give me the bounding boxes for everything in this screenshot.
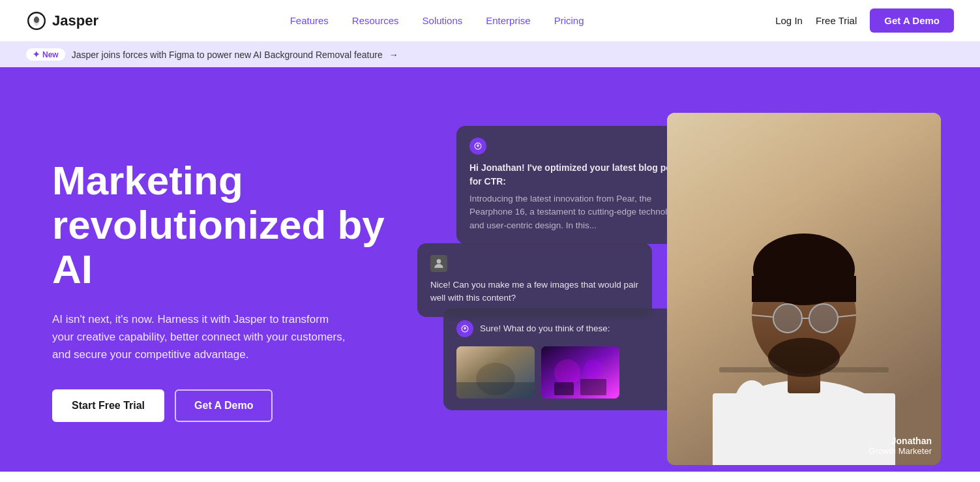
chat-bold-1: Hi Jonathan! I've optimized your latest … [469,161,691,188]
logo[interactable]: Jasper [26,10,98,31]
svg-point-1 [34,16,39,23]
svg-rect-9 [456,382,535,399]
free-trial-link[interactable]: Free Trial [816,15,857,26]
announcement-bar[interactable]: ✦ New Jasper joins forces with Figma to … [0,42,980,67]
hero-person-photo: Jonathan Growth Marketer [667,113,941,465]
announcement-arrow: → [389,50,398,60]
nav-solutions[interactable]: Solutions [423,15,463,26]
svg-rect-15 [580,379,606,395]
svg-point-32 [732,380,771,445]
nav-resources[interactable]: Resources [352,15,399,26]
get-demo-button[interactable]: Get A Demo [870,8,954,33]
chat-bubble-3: Sure! What do you think of these: [443,309,691,410]
chat-header-2 [430,255,639,272]
nav-enterprise[interactable]: Enterprise [486,15,530,26]
person-label: Jonathan Growth Marketer [869,436,932,456]
svg-point-4 [437,259,441,264]
user-avatar [430,255,447,272]
hero-title: Marketing revolutionized by AI [52,158,391,292]
start-free-trial-button[interactable]: Start Free Trial [52,389,164,422]
svg-point-13 [584,359,603,379]
hero-content: Marketing revolutionized by AI AI isn't … [52,106,391,422]
svg-point-12 [554,359,580,385]
sparkle-icon: ✦ [33,50,40,59]
chat-image-1 [456,346,535,399]
svg-point-25 [773,304,802,333]
nav-links: Features Resources Solutions Enterprise … [290,15,584,26]
chat-text-1: Hi Jonathan! I've optimized your latest … [469,161,691,232]
jasper-avatar-1 [469,138,486,155]
bottom-bar [0,472,980,482]
hero-get-demo-button[interactable]: Get A Demo [175,389,273,422]
hero-visual: Hi Jonathan! I've optimized your latest … [417,106,928,472]
person-name: Jonathan [869,436,932,446]
new-badge: ✦ New [26,48,65,61]
new-label: New [42,50,59,59]
jasper-avatar-3 [456,320,473,337]
chat-body-1: Introducing the latest innovation from P… [469,194,681,230]
person-illustration [667,113,941,465]
login-link[interactable]: Log In [775,15,803,26]
hero-section: Marketing revolutionized by AI AI isn't … [0,67,980,472]
logo-text: Jasper [52,12,98,29]
hero-buttons: Start Free Trial Get A Demo [52,389,391,422]
svg-point-30 [768,338,840,377]
person-role: Growth Marketer [869,446,932,456]
svg-rect-14 [554,382,574,395]
chat-header-3: Sure! What do you think of these: [456,320,678,337]
announcement-text: Jasper joins forces with Figma to power … [72,50,383,60]
nav-features[interactable]: Features [290,15,329,26]
svg-point-3 [477,144,479,147]
chat-images [456,346,678,399]
chat-bubble-2: Nice! Can you make me a few images that … [417,243,652,317]
chat-text-3: Sure! What do you think of these: [480,322,610,335]
nav-pricing[interactable]: Pricing [554,15,584,26]
chat-image-2 [541,346,619,399]
navbar: Jasper Features Resources Solutions Ente… [0,0,980,42]
svg-point-26 [809,304,838,333]
svg-point-6 [464,327,466,329]
hero-subtitle: AI isn't next, it's now. Harness it with… [52,310,352,364]
svg-rect-24 [752,276,856,302]
chat-header-1 [469,138,691,155]
jasper-logo-icon [26,10,47,31]
chat-text-2: Nice! Can you make me a few images that … [430,279,639,305]
nav-right: Log In Free Trial Get A Demo [775,8,954,33]
